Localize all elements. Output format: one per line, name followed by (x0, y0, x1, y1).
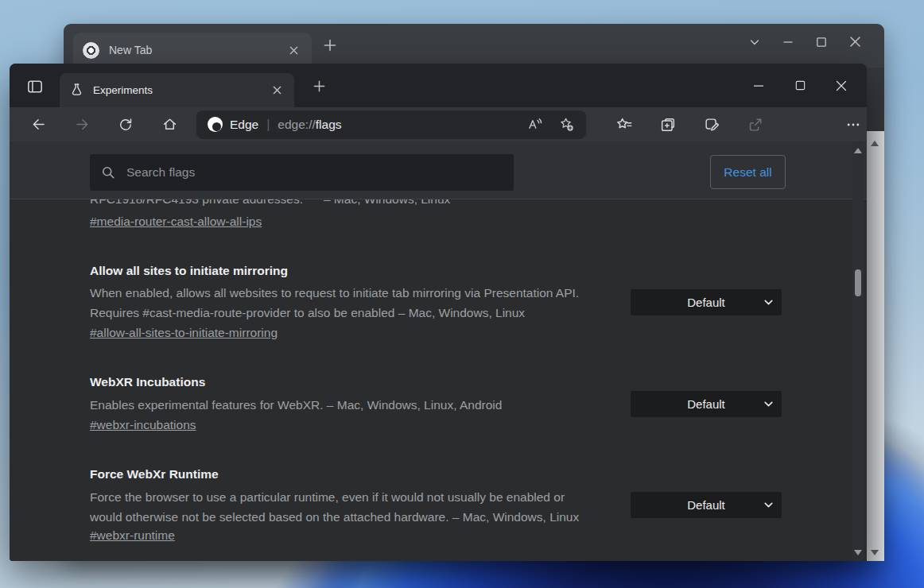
minimize-button[interactable] (738, 71, 779, 101)
address-path: flags (316, 118, 342, 132)
flag-link[interactable]: #media-router-cast-allow-all-ips (90, 215, 262, 229)
background-page-scrollbar[interactable] (865, 131, 884, 561)
collections-icon[interactable] (654, 111, 681, 138)
edge-logo-icon (208, 117, 223, 132)
new-tab-button[interactable] (309, 78, 329, 94)
tab-actions-menu-icon[interactable] (21, 76, 49, 97)
browser-toolbar: Edge | edge://flags (10, 107, 867, 141)
background-tab-title: New Tab (109, 44, 285, 56)
home-icon[interactable] (156, 111, 183, 138)
flags-page-header: Reset all (10, 141, 867, 199)
flag-title: Force WebXr Runtime (90, 467, 219, 482)
chevron-down-icon (763, 296, 775, 308)
flag-description: When enabled, allows all websites to req… (90, 284, 621, 323)
tab-experiments[interactable]: Experiments (60, 73, 294, 107)
refresh-icon[interactable] (112, 111, 139, 138)
desktop-wallpaper: New Tab (0, 0, 924, 588)
address-bar[interactable]: Edge | edge://flags (196, 110, 586, 139)
flag-description: Force the browser to use a particular ru… (90, 488, 621, 527)
edge-browser-window: Experiments (10, 64, 867, 561)
share-icon[interactable] (742, 111, 769, 138)
flag-description: Enables experimental features for WebXR.… (90, 396, 621, 416)
flag-value-dropdown[interactable]: Default (631, 492, 782, 518)
back-icon[interactable] (25, 111, 52, 138)
scroll-down-icon[interactable] (854, 550, 862, 555)
address-brand: Edge (230, 118, 258, 132)
search-flags-input[interactable] (125, 164, 503, 180)
background-tab-close-icon[interactable] (285, 44, 302, 57)
close-button[interactable] (821, 71, 862, 101)
settings-more-icon[interactable] (840, 111, 867, 138)
flags-page: RFC1918/RFC4193 private addresses. – Mac… (10, 141, 867, 561)
address-scheme: edge:// (278, 118, 315, 132)
flag-value-dropdown[interactable]: Default (631, 391, 782, 417)
background-maximize-button[interactable] (815, 36, 828, 48)
tab-search-chevron-icon[interactable] (748, 36, 761, 48)
add-favorite-icon[interactable] (558, 116, 575, 133)
read-aloud-icon[interactable] (526, 116, 543, 133)
flag-title: WebXR Incubations (90, 375, 205, 389)
background-new-tab-button[interactable] (322, 37, 338, 53)
background-tab-new-tab[interactable]: New Tab (73, 33, 312, 68)
flag-link[interactable]: #webxr-incubations (90, 418, 196, 432)
chevron-down-icon (763, 398, 775, 410)
flag-title: Allow all sites to initiate mirroring (90, 264, 288, 278)
flags-list: RFC1918/RFC4193 private addresses. – Mac… (10, 141, 867, 561)
flag-value-dropdown[interactable]: Default (631, 289, 782, 315)
background-minimize-button[interactable] (782, 36, 794, 48)
flag-link[interactable]: #allow-all-sites-to-initiate-mirroring (90, 326, 278, 340)
web-capture-icon[interactable] (698, 111, 725, 138)
search-icon (100, 164, 116, 180)
reset-all-button[interactable]: Reset all (710, 155, 786, 189)
scroll-up-icon[interactable] (871, 141, 879, 146)
forward-icon[interactable] (68, 111, 95, 138)
background-close-button[interactable] (848, 35, 862, 48)
favorites-icon[interactable] (611, 111, 638, 138)
background-window-controls (748, 35, 862, 48)
search-flags-box[interactable] (90, 154, 514, 191)
tab-strip: Experiments (10, 64, 867, 107)
maximize-button[interactable] (779, 71, 821, 101)
window-controls (738, 64, 862, 107)
beaker-icon (69, 83, 84, 98)
tab-title: Experiments (93, 84, 270, 96)
browser-logo-icon (83, 42, 99, 59)
address-divider: | (266, 118, 270, 132)
tab-close-icon[interactable] (270, 83, 285, 98)
flag-link[interactable]: #webxr-runtime (90, 528, 175, 543)
scroll-down-icon[interactable] (871, 550, 879, 555)
chevron-down-icon (763, 499, 775, 511)
scroll-up-icon[interactable] (854, 148, 862, 153)
page-scrollbar[interactable] (852, 141, 864, 561)
scrollbar-thumb[interactable] (855, 269, 861, 296)
